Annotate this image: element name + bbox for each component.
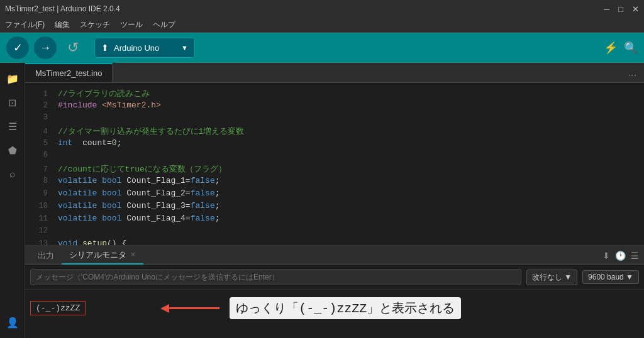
code-line-1: 1 //ライブラリの読みこみ bbox=[25, 88, 644, 101]
serial-input-row: 改行なし ▼ 9600 baud ▼ bbox=[25, 265, 644, 290]
close-button[interactable]: ✕ bbox=[632, 4, 639, 14]
baud-rate-selector[interactable]: 9600 baud ▼ bbox=[582, 270, 639, 284]
menu-help[interactable]: ヘルプ bbox=[153, 19, 175, 30]
title-bar-left: MsTimer2_test | Arduino IDE 2.0.4 bbox=[5, 4, 120, 13]
tab-close-icon[interactable]: ✕ bbox=[130, 251, 136, 259]
sidebar-item-search[interactable]: ⌕ bbox=[2, 163, 23, 185]
upload-icon: → bbox=[40, 41, 51, 55]
serial-output-area: (-_-)zzZZ ゆっくり「(-_-)zzZZ」と表示される bbox=[25, 290, 644, 338]
line-ending-selector[interactable]: 改行なし ▼ bbox=[526, 270, 577, 285]
code-line-6: 6 bbox=[25, 151, 644, 163]
arrow-line bbox=[169, 307, 219, 309]
serial-message-input[interactable] bbox=[30, 269, 521, 285]
serial-monitor-icon[interactable]: 🔍 bbox=[624, 41, 638, 55]
panel-scroll-icon[interactable]: ⬇ bbox=[602, 251, 610, 261]
board-selector[interactable]: ⬆ Arduino Uno ▼ bbox=[94, 38, 195, 58]
minimize-button[interactable]: ─ bbox=[604, 4, 609, 14]
code-line-12: 12 bbox=[25, 226, 644, 239]
code-line-4: 4 //タイマー割り込みが発生するたびに1増える変数 bbox=[25, 126, 644, 138]
menu-sketch[interactable]: スケッチ bbox=[80, 19, 110, 30]
bottom-tabs-bar: 出力 シリアルモニタ ✕ ⬇ 🕐 ☰ bbox=[25, 246, 644, 265]
debug-icon: ↺ bbox=[67, 40, 79, 56]
menu-tools[interactable]: ツール bbox=[120, 19, 143, 30]
bottom-panel-actions: ⬇ 🕐 ☰ bbox=[602, 251, 639, 261]
board-selector-label: Arduino Uno bbox=[114, 43, 176, 53]
panel-menu-icon[interactable]: ☰ bbox=[631, 251, 639, 261]
annotation-label: ゆっくり「(-_-)zzZZ」と表示される bbox=[230, 297, 461, 319]
dropdown-arrow-icon: ▼ bbox=[181, 44, 188, 52]
tab-serial-monitor[interactable]: シリアルモニタ ✕ bbox=[62, 246, 143, 264]
sidebar-item-library[interactable]: ☰ bbox=[2, 116, 23, 137]
menu-file[interactable]: ファイル(F) bbox=[5, 19, 45, 30]
code-line-9: 9 volatile bool Count_Flag_2=false; bbox=[25, 188, 644, 201]
sidebar-item-folder[interactable]: 📁 bbox=[2, 68, 23, 89]
bottom-panel: 出力 シリアルモニタ ✕ ⬇ 🕐 ☰ 改行なし ▼ bbox=[25, 245, 644, 338]
main-area: 📁 ⊡ ☰ ⬟ ⌕ 👤 MsTimer2_test.ino ... 1 //ライ… bbox=[0, 63, 644, 338]
code-line-10: 10 volatile bool Count_Flag_3=false; bbox=[25, 201, 644, 214]
sidebar-item-user[interactable]: 👤 bbox=[2, 312, 23, 333]
annotation-arrow: ゆっくり「(-_-)zzZZ」と表示される bbox=[161, 297, 461, 319]
title-bar: MsTimer2_test | Arduino IDE 2.0.4 ─ □ ✕ bbox=[0, 0, 644, 18]
arrow-head bbox=[160, 304, 169, 313]
verify-button[interactable]: ✓ bbox=[6, 36, 29, 59]
code-line-2: 2 #include <MsTimer2.h> bbox=[25, 101, 644, 113]
editor-container: MsTimer2_test.ino ... 1 //ライブラリの読みこみ 2 #… bbox=[25, 63, 644, 338]
serial-plotter-icon[interactable]: ⚡ bbox=[604, 41, 618, 55]
annotation-area: (-_-)zzZZ ゆっくり「(-_-)zzZZ」と表示される bbox=[30, 293, 639, 319]
sidebar-item-board[interactable]: ⊡ bbox=[2, 92, 23, 113]
debug-button[interactable]: ↺ bbox=[62, 36, 84, 59]
title-bar-controls: ─ □ ✕ bbox=[604, 4, 639, 14]
file-tab[interactable]: MsTimer2_test.ino bbox=[25, 63, 113, 82]
verify-icon: ✓ bbox=[13, 41, 23, 55]
toolbar-right: ⚡ 🔍 bbox=[604, 41, 638, 55]
board-selector-icon: ⬆ bbox=[101, 43, 109, 53]
panel-time-icon[interactable]: 🕐 bbox=[615, 251, 626, 261]
menu-bar: ファイル(F) 編集 スケッチ ツール ヘルプ bbox=[0, 18, 644, 33]
code-line-11: 11 volatile bool Count_Flag_4=false; bbox=[25, 214, 644, 226]
tab-output[interactable]: 出力 bbox=[30, 246, 62, 264]
serial-data-box: (-_-)zzZZ bbox=[30, 301, 86, 315]
file-tab-label: MsTimer2_test.ino bbox=[35, 68, 102, 78]
sidebar-item-debug[interactable]: ⬟ bbox=[2, 139, 23, 161]
app-title: MsTimer2_test | Arduino IDE 2.0.4 bbox=[5, 4, 120, 13]
menu-edit[interactable]: 編集 bbox=[55, 19, 70, 30]
toolbar: ✓ → ↺ ⬆ Arduino Uno ▼ ⚡ 🔍 bbox=[0, 33, 644, 63]
code-line-8: 8 volatile bool Count_Flag_1=false; bbox=[25, 176, 644, 188]
code-line-3: 3 bbox=[25, 113, 644, 126]
code-editor[interactable]: 1 //ライブラリの読みこみ 2 #include <MsTimer2.h> 3… bbox=[25, 83, 644, 245]
upload-button[interactable]: → bbox=[34, 36, 57, 59]
code-line-13: 13 void setup() { bbox=[25, 239, 644, 245]
maximize-button[interactable]: □ bbox=[618, 4, 623, 14]
file-tab-more-button[interactable]: ... bbox=[621, 67, 644, 79]
serial-data-display: (-_-)zzZZ bbox=[30, 301, 86, 315]
file-tab-bar: MsTimer2_test.ino ... bbox=[25, 63, 644, 83]
sidebar: 📁 ⊡ ☰ ⬟ ⌕ 👤 bbox=[0, 63, 25, 338]
code-line-7: 7 //countに応じてtrueになる変数（フラグ） bbox=[25, 163, 644, 176]
code-line-5: 5 int count=0; bbox=[25, 138, 644, 151]
